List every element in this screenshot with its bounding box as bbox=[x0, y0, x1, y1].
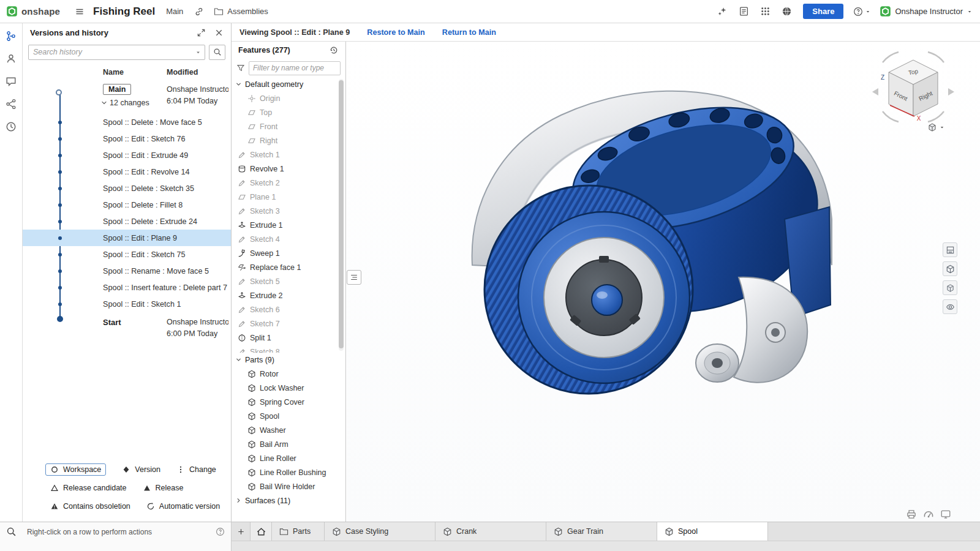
part-row[interactable]: Bail Wire Holder bbox=[232, 479, 345, 493]
panel-strip-button[interactable] bbox=[4, 52, 18, 66]
surfaces-section[interactable]: Surfaces (11) bbox=[232, 493, 345, 508]
home-tab-button[interactable] bbox=[250, 522, 272, 541]
feature-row[interactable]: Sketch 4 bbox=[232, 232, 345, 246]
feature-row[interactable]: Plane 1 bbox=[232, 190, 345, 204]
feature-row[interactable]: Revolve 1 bbox=[232, 162, 345, 176]
part-row[interactable]: Spring Cover bbox=[232, 395, 345, 409]
panel-strip-button[interactable] bbox=[4, 97, 18, 111]
history-change-row[interactable]: Spool :: Edit : Sketch 76 bbox=[23, 130, 231, 147]
rollback-history-icon[interactable] bbox=[329, 45, 339, 55]
feature-row[interactable]: Sketch 6 bbox=[232, 302, 345, 317]
part-row[interactable]: Washer bbox=[232, 423, 345, 437]
document-tab[interactable]: Parts bbox=[272, 522, 325, 541]
feature-row[interactable]: Sketch 1 bbox=[232, 148, 345, 162]
feature-row[interactable]: Sketch 2 bbox=[232, 176, 345, 190]
performance-icon[interactable] bbox=[923, 509, 934, 520]
history-change-row[interactable]: Spool :: Insert feature : Delete part 7 bbox=[23, 279, 231, 296]
feature-row[interactable]: Front bbox=[232, 119, 345, 133]
feature-row[interactable]: Sketch 5 bbox=[232, 274, 345, 288]
history-change-row[interactable]: Spool :: Edit : Revolve 14 bbox=[23, 163, 231, 180]
onshape-logo[interactable]: onshape bbox=[6, 6, 60, 17]
document-tab[interactable]: Spool bbox=[657, 522, 768, 541]
caret-down-icon bbox=[967, 9, 973, 15]
breadcrumb-folder[interactable]: Assemblies bbox=[214, 7, 268, 17]
print-icon[interactable] bbox=[906, 509, 917, 520]
document-tab[interactable]: Gear Train bbox=[546, 522, 657, 541]
close-panel-icon[interactable] bbox=[214, 28, 224, 37]
model-3d-fishing-reel-spool[interactable] bbox=[451, 72, 867, 464]
feature-row[interactable]: Extrude 2 bbox=[232, 288, 345, 302]
scrollbar-thumb[interactable] bbox=[339, 80, 344, 348]
history-change-row[interactable]: Spool :: Delete : Move face 5 bbox=[23, 114, 231, 130]
history-change-row[interactable]: Spool :: Edit : Sketch 75 bbox=[23, 246, 231, 263]
parts-items: Rotor Lock Washer Spring Cover Spool bbox=[232, 367, 345, 493]
feature-row[interactable]: Origin bbox=[232, 91, 345, 105]
apps-grid-icon[interactable] bbox=[760, 6, 771, 17]
document-tab[interactable]: Crank bbox=[435, 522, 546, 541]
feature-row[interactable]: Extrude 1 bbox=[232, 218, 345, 232]
magnifier-icon[interactable] bbox=[6, 527, 17, 537]
feature-filter-input[interactable] bbox=[249, 61, 341, 75]
return-to-main-link[interactable]: Return to Main bbox=[442, 28, 496, 37]
history-change-row[interactable]: Spool :: Rename : Move face 5 bbox=[23, 263, 231, 279]
section-view-button[interactable] bbox=[943, 242, 957, 257]
part-row[interactable]: Bail Arm bbox=[232, 437, 345, 451]
part-row[interactable]: Spool bbox=[232, 409, 345, 423]
workspace-name[interactable]: Main bbox=[166, 7, 183, 16]
add-tab-button[interactable] bbox=[232, 522, 250, 541]
share-button[interactable]: Share bbox=[803, 4, 843, 19]
panel-strip-button[interactable] bbox=[4, 29, 18, 43]
default-geometry-section[interactable]: Default geometry bbox=[232, 77, 345, 91]
workspace-main-row[interactable]: Main 12 changes Onshape Instructor 6:04 … bbox=[23, 80, 231, 114]
feature-list-scrollbar[interactable] bbox=[339, 79, 344, 351]
history-change-row[interactable]: Spool :: Edit : Extrude 49 bbox=[23, 147, 231, 163]
view-options-button[interactable] bbox=[927, 122, 945, 132]
sparkle-icon[interactable] bbox=[717, 6, 728, 17]
document-tab[interactable]: Case Styling bbox=[325, 522, 435, 541]
features-filter-row bbox=[232, 59, 345, 77]
named-views-button[interactable] bbox=[943, 299, 957, 314]
doc-list-icon[interactable] bbox=[739, 6, 749, 17]
part-row[interactable]: Lock Washer bbox=[232, 381, 345, 395]
search-filter-caret-icon[interactable] bbox=[195, 49, 202, 56]
history-change-row[interactable]: Spool :: Delete : Fillet 8 bbox=[23, 197, 231, 213]
help-menu[interactable] bbox=[853, 7, 871, 17]
panel-strip-button[interactable] bbox=[4, 120, 18, 133]
part-row[interactable]: Rotor bbox=[232, 367, 345, 381]
start-row[interactable]: Start Onshape Instructor 6:00 PM Today bbox=[23, 312, 231, 343]
history-search-button[interactable] bbox=[209, 45, 225, 60]
restore-to-main-link[interactable]: Restore to Main bbox=[367, 28, 424, 37]
feature-row[interactable]: Sweep 1 bbox=[232, 246, 345, 260]
help-icon[interactable] bbox=[216, 527, 225, 536]
user-account-menu[interactable]: Onshape Instructor bbox=[880, 6, 973, 17]
graphics-viewport[interactable]: Top Front Right Z X bbox=[347, 42, 980, 522]
feature-row[interactable]: Top bbox=[232, 105, 345, 119]
history-change-row[interactable]: Spool :: Edit : Plane 9 bbox=[23, 230, 231, 246]
history-search-box[interactable] bbox=[28, 45, 205, 60]
panel-strip-button[interactable] bbox=[4, 75, 18, 88]
expand-panel-icon[interactable] bbox=[197, 28, 206, 37]
link-icon[interactable] bbox=[194, 7, 204, 17]
feature-row[interactable]: Sketch 7 bbox=[232, 317, 345, 331]
main-menu-icon[interactable] bbox=[75, 7, 85, 17]
changes-toggle[interactable]: 12 changes bbox=[100, 99, 149, 107]
parts-section[interactable]: Parts (9) bbox=[232, 353, 345, 367]
part-row[interactable]: Line Roller bbox=[232, 451, 345, 465]
feature-row[interactable]: Replace face 1 bbox=[232, 260, 345, 274]
feature-list-rollup-handle[interactable] bbox=[347, 270, 361, 285]
history-change-row[interactable]: Spool :: Delete : Sketch 35 bbox=[23, 180, 231, 197]
filter-icon[interactable] bbox=[236, 64, 245, 72]
feature-row[interactable]: Split 1 bbox=[232, 331, 345, 345]
shaded-view-button[interactable] bbox=[943, 280, 957, 295]
feature-row[interactable]: Right bbox=[232, 133, 345, 148]
feature-row[interactable]: Sketch 8 bbox=[232, 345, 345, 353]
main-workspace-badge[interactable]: Main bbox=[103, 84, 131, 95]
globe-icon[interactable] bbox=[782, 6, 792, 17]
wireframe-view-button[interactable] bbox=[943, 261, 957, 276]
history-change-row[interactable]: Spool :: Delete : Extrude 24 bbox=[23, 213, 231, 230]
feature-row[interactable]: Sketch 3 bbox=[232, 204, 345, 218]
display-icon[interactable] bbox=[940, 509, 951, 520]
history-search-input[interactable] bbox=[29, 48, 195, 56]
history-change-row[interactable]: Spool :: Edit : Sketch 1 bbox=[23, 296, 231, 312]
part-row[interactable]: Line Roller Bushing bbox=[232, 465, 345, 479]
